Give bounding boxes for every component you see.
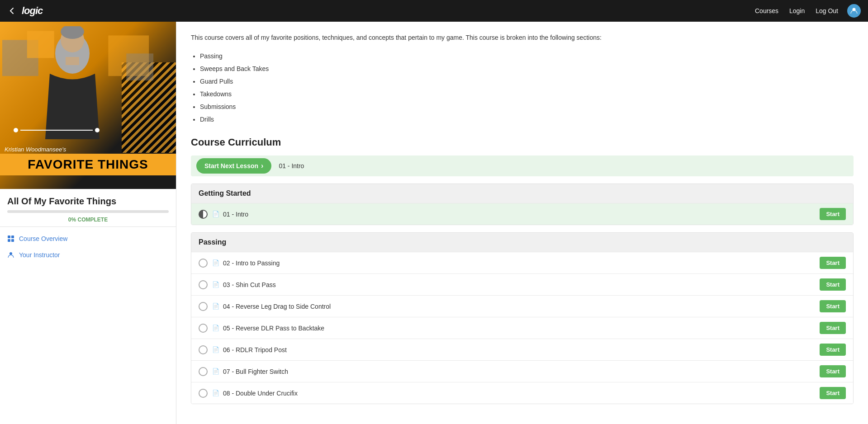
lesson-row-08: 📄 08 - Double Under Crucifix Start	[191, 382, 853, 404]
sidebar-item-course-overview[interactable]: Course Overview	[0, 231, 176, 247]
lesson-name-08: 08 - Double Under Crucifix	[223, 390, 820, 397]
nav-courses[interactable]: Courses	[755, 7, 778, 14]
start-next-lesson-label: Start Next Lesson	[204, 162, 258, 170]
lesson-doc-icon-03: 📄	[212, 281, 219, 288]
header: logic Courses Login Log Out	[0, 0, 868, 22]
lesson-row-04: 📄 04 - Reverse Leg Drag to Side Control …	[191, 295, 853, 317]
lesson-start-button-06[interactable]: Start	[820, 344, 846, 356]
lesson-start-button-04[interactable]: Start	[820, 300, 846, 312]
topic-guard-pulls: Guard Pulls	[200, 75, 854, 88]
course-description: This course covers all of my favorite po…	[191, 33, 854, 42]
lesson-doc-icon-02: 📄	[212, 259, 219, 266]
progress-bar-background	[7, 210, 169, 213]
header-left: logic	[7, 5, 43, 17]
svg-point-9	[14, 128, 18, 132]
lesson-check-05	[199, 324, 208, 333]
lesson-check-01	[199, 210, 208, 219]
start-next-lesson-row: Start Next Lesson › 01 - Intro	[191, 155, 854, 176]
hero-course-subtitle: FAVORITE THINGS	[28, 157, 148, 171]
svg-rect-8	[126, 53, 153, 80]
header-right: Courses Login Log Out	[746, 4, 861, 18]
progress-bar-wrap	[0, 208, 176, 215]
lesson-row-05: 📄 05 - Reverse DLR Pass to Backtake Star…	[191, 317, 853, 339]
lesson-name-02: 02 - Intro to Passing	[223, 259, 820, 267]
lesson-doc-icon-08: 📄	[212, 390, 219, 396]
nav-login[interactable]: Login	[789, 7, 805, 14]
lesson-doc-icon-07: 📄	[212, 368, 219, 375]
lesson-name-04: 04 - Reverse Leg Drag to Side Control	[223, 303, 820, 310]
lesson-check-03	[199, 280, 208, 289]
progress-label: 0% COMPLETE	[0, 215, 176, 226]
sidebar-course-title: All Of My Favorite Things	[0, 189, 176, 208]
lesson-row-07: 📄 07 - Bull Fighter Switch Start	[191, 360, 853, 382]
lesson-start-button-05[interactable]: Start	[820, 322, 846, 334]
svg-point-11	[95, 128, 100, 132]
section-passing: Passing 📄 02 - Intro to Passing Start 📄 …	[191, 232, 854, 404]
lesson-doc-icon-06: 📄	[212, 346, 219, 353]
svg-rect-15	[11, 239, 14, 242]
lesson-start-button-01[interactable]: Start	[820, 208, 846, 220]
svg-point-16	[9, 252, 12, 255]
lesson-row-03: 📄 03 - Shin Cut Pass Start	[191, 273, 853, 295]
grid-icon	[7, 235, 14, 242]
lesson-name-05: 05 - Reverse DLR Pass to Backtake	[223, 325, 820, 332]
hero-dots	[11, 117, 102, 144]
topic-takedowns: Takedowns	[200, 88, 854, 100]
lesson-start-button-02[interactable]: Start	[820, 257, 846, 269]
lesson-doc-icon-01: 📄	[212, 211, 219, 217]
person-icon	[7, 251, 14, 259]
avatar-icon	[850, 7, 858, 14]
lesson-start-button-03[interactable]: Start	[820, 278, 846, 291]
section-getting-started: Getting Started 📄 01 - Intro Start	[191, 184, 854, 225]
lesson-row-01: 📄 01 - Intro Start	[191, 203, 853, 225]
lesson-row-02: 📄 02 - Intro to Passing Start	[191, 252, 853, 273]
lesson-check-04	[199, 302, 208, 311]
avatar[interactable]	[847, 4, 861, 18]
lesson-name-01: 01 - Intro	[223, 211, 820, 218]
sidebar-item-your-instructor-label: Your Instructor	[19, 251, 60, 259]
header-nav: Courses Login Log Out	[746, 7, 838, 14]
lesson-start-button-07[interactable]: Start	[820, 365, 846, 377]
nav-logout[interactable]: Log Out	[816, 7, 838, 14]
lesson-check-06	[199, 345, 208, 354]
curriculum-title: Course Curriculum	[191, 137, 854, 148]
start-next-lesson-name: 01 - Intro	[279, 162, 304, 170]
topic-passing: Passing	[200, 50, 854, 62]
sidebar-navigation: Course Overview Your Instructor	[0, 226, 176, 267]
start-next-lesson-button[interactable]: Start Next Lesson ›	[196, 158, 271, 174]
lesson-row-06: 📄 06 - RDLR Tripod Post Start	[191, 339, 853, 360]
svg-rect-13	[11, 236, 14, 238]
lesson-check-08	[199, 389, 208, 398]
instructor-name-overlay: Kristian Woodmansee's	[5, 146, 66, 153]
lesson-check-02	[199, 259, 208, 268]
topic-submissions: Submissions	[200, 100, 854, 113]
sidebar-item-course-overview-label: Course Overview	[19, 235, 67, 242]
logo: logic	[22, 5, 43, 17]
main-content: This course covers all of my favorite po…	[176, 22, 868, 424]
section-getting-started-header: Getting Started	[191, 184, 853, 203]
svg-rect-6	[27, 31, 54, 58]
lesson-doc-icon-04: 📄	[212, 303, 219, 310]
page-wrapper: Kristian Woodmansee's FAVORITE THINGS Al…	[0, 22, 868, 424]
svg-rect-14	[8, 239, 10, 242]
section-passing-header: Passing	[191, 233, 853, 252]
lesson-name-06: 06 - RDLR Tripod Post	[223, 346, 820, 353]
back-button[interactable]	[7, 6, 16, 15]
topic-drills: Drills	[200, 113, 854, 126]
lesson-doc-icon-05: 📄	[212, 325, 219, 331]
sidebar-hero: Kristian Woodmansee's FAVORITE THINGS	[0, 22, 176, 189]
lesson-name-03: 03 - Shin Cut Pass	[223, 281, 820, 288]
lesson-name-07: 07 - Bull Fighter Switch	[223, 368, 820, 375]
topics-list: Passing Sweeps and Back Takes Guard Pull…	[200, 50, 854, 126]
back-icon	[7, 6, 16, 15]
svg-rect-12	[8, 236, 10, 238]
sidebar-item-your-instructor[interactable]: Your Instructor	[0, 247, 176, 263]
hero-background: Kristian Woodmansee's FAVORITE THINGS	[0, 22, 176, 189]
hero-title-box: FAVORITE THINGS	[0, 154, 176, 175]
lesson-check-07	[199, 367, 208, 376]
lesson-start-button-08[interactable]: Start	[820, 387, 846, 399]
sidebar: Kristian Woodmansee's FAVORITE THINGS Al…	[0, 22, 176, 424]
arrow-icon: ›	[261, 162, 263, 170]
topic-sweeps: Sweeps and Back Takes	[200, 62, 854, 75]
